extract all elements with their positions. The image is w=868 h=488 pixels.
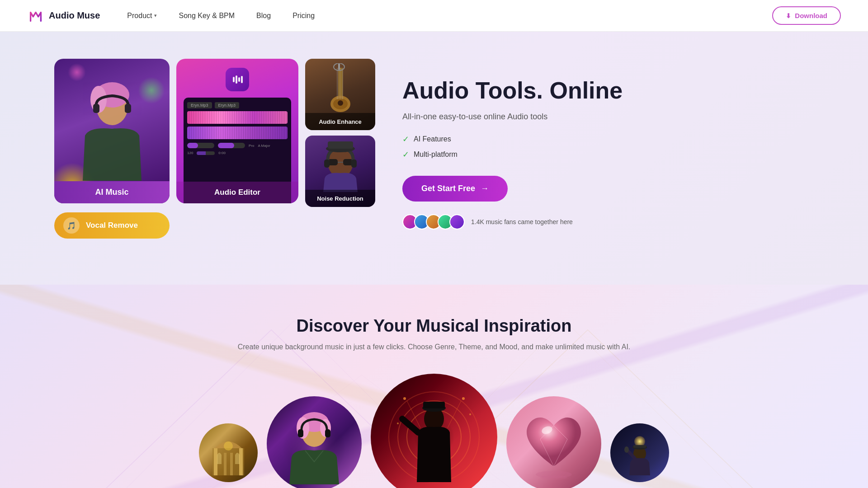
download-icon: ⬇ (786, 12, 791, 19)
navbar: Audio Muse Product ▾ Song Key & BPM Blog… (0, 0, 868, 32)
discover-section: Discover Your Musical Inspiration Create… (0, 285, 868, 488)
svg-rect-6 (236, 75, 237, 84)
svg-rect-39 (325, 429, 330, 437)
svg-point-32 (224, 441, 233, 450)
logo[interactable]: Audio Muse (27, 7, 100, 24)
discover-title: Discover Your Musical Inspiration (27, 316, 841, 336)
svg-point-59 (540, 475, 567, 480)
feature-ai: ✓ AI Features (402, 134, 651, 144)
circle-cathedral[interactable] (199, 423, 258, 482)
hero-section: AI Music 🎵 Vocal Remove (0, 32, 868, 285)
red-man-icon (380, 378, 488, 488)
social-proof: 1.4K music fans came together here (402, 214, 651, 230)
svg-rect-29 (239, 448, 243, 475)
ai-music-label: AI Music (95, 188, 128, 197)
svg-rect-7 (238, 77, 240, 82)
svg-point-50 (462, 397, 465, 400)
hero-title: Audio Tools. Online (402, 78, 651, 103)
audio-editor-icon (226, 68, 249, 91)
pink-singer-icon (278, 403, 350, 484)
feature-list: ✓ AI Features ✓ Multi-platform (402, 134, 651, 160)
svg-rect-30 (224, 453, 226, 475)
feature-multiplatform: ✓ Multi-platform (402, 150, 651, 160)
circle-performer[interactable] (610, 423, 669, 482)
ai-music-person (71, 81, 153, 181)
nav-links: Product ▾ Song Key & BPM Blog Pricing (127, 12, 772, 20)
audio-enhance-label: Audio Enhance (319, 118, 362, 125)
cta-button[interactable]: Get Start Free → (402, 176, 508, 202)
svg-rect-8 (241, 76, 243, 83)
social-proof-text: 1.4K music fans came together here (471, 218, 573, 225)
vocal-remove-card[interactable]: 🎵 Vocal Remove (54, 212, 170, 239)
vocal-remove-label: Vocal Remove (86, 221, 138, 230)
check-icon-ai: ✓ (402, 134, 409, 144)
svg-rect-31 (230, 453, 233, 475)
chevron-down-icon: ▾ (154, 13, 157, 19)
discover-subtitle: Create unique background music in just a… (27, 343, 841, 351)
performer-icon (619, 430, 660, 475)
svg-point-52 (469, 413, 471, 415)
ai-music-card[interactable]: AI Music (54, 59, 170, 203)
svg-rect-28 (214, 448, 217, 475)
hero-content: Audio Tools. Online All-in-one easy-to-u… (402, 78, 651, 229)
vocal-icon: 🎵 (63, 217, 80, 234)
microphone-icon (320, 63, 361, 113)
download-button[interactable]: ⬇ Download (772, 6, 841, 25)
audio-enhance-card[interactable]: Audio Enhance (305, 59, 375, 130)
svg-rect-17 (338, 63, 340, 70)
audio-editor-card[interactable]: Eryn.Mp3 Eryn.Mp3 (176, 59, 298, 203)
svg-point-49 (403, 397, 406, 400)
cathedral-icon (210, 430, 246, 475)
svg-point-51 (397, 422, 399, 424)
svg-rect-24 (351, 160, 357, 168)
nav-product[interactable]: Product ▾ (127, 12, 157, 20)
feature-cards-container: AI Music 🎵 Vocal Remove (54, 59, 366, 249)
svg-rect-3 (93, 104, 99, 113)
avatar-stack (402, 214, 465, 230)
check-icon-platform: ✓ (402, 150, 409, 160)
circle-red-man[interactable] (371, 374, 497, 488)
logo-text: Audio Muse (49, 10, 100, 21)
svg-rect-46 (423, 402, 445, 408)
svg-point-64 (624, 446, 629, 453)
svg-point-16 (338, 100, 343, 106)
circle-heart[interactable] (506, 396, 601, 488)
svg-rect-5 (233, 77, 235, 82)
nav-blog[interactable]: Blog (256, 12, 271, 20)
avatar-5 (449, 214, 465, 230)
music-circles-container (27, 374, 841, 488)
circle-pink-singer[interactable] (267, 396, 362, 488)
svg-rect-23 (324, 160, 330, 168)
logo-icon (27, 7, 44, 24)
noise-reduction-card[interactable]: Noise Reduction (305, 136, 375, 207)
arrow-icon: → (481, 184, 489, 193)
nav-pricing[interactable]: Pricing (292, 12, 315, 20)
svg-rect-63 (633, 445, 646, 448)
noise-reduction-label: Noise Reduction (317, 195, 363, 202)
headphones-person (318, 138, 363, 192)
svg-rect-26 (328, 141, 353, 149)
svg-rect-4 (125, 104, 131, 113)
nav-right: ⬇ Download (772, 6, 841, 25)
heart-icon (518, 408, 590, 480)
nav-song-key[interactable]: Song Key & BPM (179, 12, 235, 20)
audio-editor-label: Audio Editor (214, 188, 260, 197)
hero-subtitle: All-in-one easy-to-use online Audio tool… (402, 112, 651, 122)
svg-rect-38 (298, 429, 303, 437)
